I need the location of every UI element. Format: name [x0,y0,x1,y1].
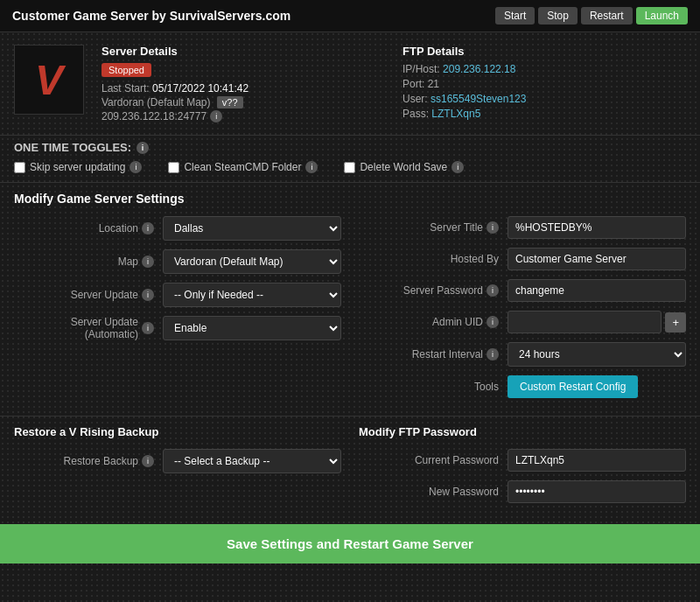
ftp-password-section: Modify FTP Password Current Password New… [359,425,686,512]
hosted-by-field[interactable] [508,248,686,270]
admin-uid-add-button[interactable]: + [665,312,686,332]
start-button[interactable]: Start [495,7,535,24]
server-update-row: Server Update i -- Only if Needed -- [14,283,341,307]
current-password-input [508,449,686,472]
ip-info-icon[interactable]: i [210,110,222,122]
new-password-label: New Password [359,486,508,498]
server-title-info-icon[interactable]: i [486,221,499,234]
restore-backup-label: Restore Backup i [14,455,163,467]
current-password-label: Current Password [359,454,508,466]
server-password-input [508,279,686,302]
ftp-user-line: User: ss165549Steven123 [402,93,686,105]
server-update-auto-select[interactable]: Enable [163,316,341,340]
skip-server-info-icon[interactable]: i [130,161,142,173]
server-title-input [508,216,686,239]
skip-server-label: Skip server updating [30,161,125,173]
save-button[interactable]: Save Settings and Restart Game Server [0,524,700,564]
toggle-skip-server[interactable]: Skip server updating i [14,161,142,173]
admin-uid-info-icon[interactable]: i [486,316,499,328]
location-row: Location i Dallas [14,216,341,241]
server-password-field[interactable] [508,279,686,302]
map-line: Vardoran (Default Map) v?? [102,96,385,108]
header-title: Customer Game Server by SurvivalServers.… [12,9,290,23]
clean-steamcmd-info-icon[interactable]: i [305,161,318,173]
settings-right: Server Title i Hosted By Server Password [359,216,686,407]
restart-interval-info-icon[interactable]: i [486,348,499,360]
restart-interval-row: Restart Interval i 24 hours [359,342,686,367]
location-info-icon[interactable]: i [142,222,154,234]
restart-button[interactable]: Restart [581,7,633,24]
toggle-clean-steamcmd[interactable]: Clean SteamCMD Folder i [168,161,318,173]
restart-interval-input: 24 hours [508,342,686,367]
admin-uid-row: Admin UID i + [359,311,686,333]
server-title-row: Server Title i [359,216,686,239]
server-update-select[interactable]: -- Only if Needed -- [163,283,341,307]
launch-button[interactable]: Launch [636,7,688,24]
admin-uid-group: + [508,311,686,333]
restart-interval-label-field: Restart Interval i [359,348,508,360]
delete-world-label: Delete World Save [360,161,447,173]
map-label: Map i [14,256,163,268]
last-start-label: Last Start: [102,82,150,94]
server-update-info-icon[interactable]: i [142,289,154,301]
status-badge: Stopped [102,63,151,77]
ftp-pass-line: Pass: LZTLXqn5 [402,108,686,120]
new-password-field[interactable] [508,480,686,503]
server-title-label-field: Server Title i [359,221,508,234]
clean-steamcmd-checkbox[interactable] [168,162,179,173]
location-input: Dallas [163,216,341,241]
server-title-field[interactable] [508,216,686,239]
new-password-input [508,480,686,503]
restore-backup-info-icon[interactable]: i [142,455,154,467]
hosted-by-row: Hosted By [359,248,686,270]
restore-backup-select[interactable]: -- Select a Backup -- [163,449,341,473]
toggles-info-icon[interactable]: i [136,142,149,154]
ftp-ip-value: 209.236.122.18 [443,63,515,75]
v-logo-icon: V [35,56,63,104]
server-update-auto-row: Server Update (Automatic) i Enable [14,316,341,340]
ftp-pass-value: LZTLXqn5 [431,108,480,120]
current-password-field[interactable] [508,449,686,472]
restore-backup-input: -- Select a Backup -- [163,449,341,473]
settings-grid: Location i Dallas Map i Vardoran (Defaul… [14,216,686,407]
tools-row: Tools Custom Restart Config [359,375,686,398]
server-details: Server Details Stopped Last Start: 05/17… [102,45,385,122]
admin-uid-label-field: Admin UID i [359,316,508,328]
ftp-user-label: User: [402,93,428,105]
custom-restart-button[interactable]: Custom Restart Config [508,375,638,398]
ip-line: 209.236.122.18:24777 i [102,110,385,122]
admin-uid-input-wrap: + [508,311,686,333]
delete-world-info-icon[interactable]: i [452,161,464,173]
restart-interval-select[interactable]: 24 hours [508,342,686,367]
ftp-ip-line: IP/Host: 209.236.122.18 [402,63,686,75]
clean-steamcmd-label: Clean SteamCMD Folder [184,161,301,173]
last-start-line: Last Start: 05/17/2022 10:41:42 [102,82,385,94]
toggle-delete-world[interactable]: Delete World Save i [344,161,464,173]
map-info-icon[interactable]: i [142,256,154,268]
map-input: Vardoran (Default Map) [163,249,341,274]
skip-server-checkbox[interactable] [14,162,25,173]
stop-button[interactable]: Stop [538,7,578,24]
toggles-section: ONE TIME TOGGLES: i Skip server updating… [0,135,700,182]
server-update-auto-input: Enable [163,316,341,340]
location-label: Location i [14,222,163,234]
new-password-row: New Password [359,480,686,503]
bottom-sections: Restore a V Rising Backup Restore Backup… [0,416,700,521]
server-info-row: V Server Details Stopped Last Start: 05/… [0,32,700,135]
settings-left: Location i Dallas Map i Vardoran (Defaul… [14,216,341,407]
map-select[interactable]: Vardoran (Default Map) [163,249,341,274]
server-update-auto-label: Server Update (Automatic) i [14,316,163,340]
modify-section: Modify Game Server Settings Location i D… [0,182,700,416]
hosted-by-input [508,248,686,270]
admin-uid-field[interactable] [508,311,662,333]
delete-world-checkbox[interactable] [344,162,355,173]
ftp-port-line: Port: 21 [402,78,686,90]
ftp-title: FTP Details [402,45,686,58]
server-password-info-icon[interactable]: i [486,284,499,297]
server-update-label: Server Update i [14,289,163,301]
server-update-auto-info-icon[interactable]: i [142,322,154,334]
ftp-user-value: ss165549Steven123 [430,93,526,105]
ip-value: 209.236.122.18:24777 [102,110,206,122]
server-password-row: Server Password i [359,279,686,302]
location-select[interactable]: Dallas [163,216,341,241]
